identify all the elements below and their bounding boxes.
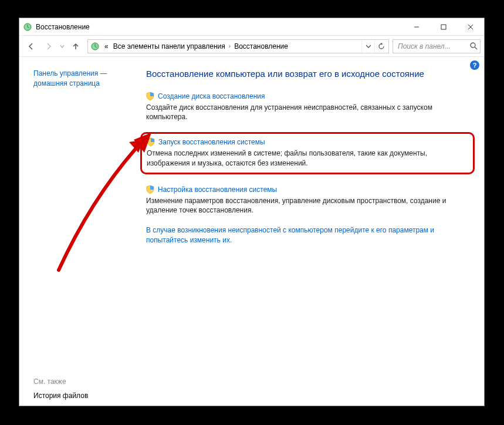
recovery-option-system-restore: Запуск восстановления системы Отмена пос…	[140, 132, 475, 174]
search-icon[interactable]	[467, 42, 480, 50]
recent-locations-dropdown[interactable]	[58, 44, 66, 49]
forward-button[interactable]	[40, 38, 57, 55]
create-recovery-disc-link[interactable]: Создание диска восстановления	[158, 92, 265, 100]
sidebar: Панель управления — домашняя страница См…	[19, 57, 137, 406]
breadcrumb-segment-2[interactable]: Восстановление	[232, 40, 290, 53]
search-input[interactable]	[397, 42, 467, 51]
window-controls	[403, 18, 484, 35]
recovery-location-icon	[90, 42, 100, 51]
refresh-button[interactable]	[374, 40, 387, 53]
maximize-button[interactable]	[430, 18, 457, 35]
minimize-button[interactable]	[403, 18, 430, 35]
create-recovery-disc-desc: Создайте диск восстановления для устране…	[146, 103, 471, 122]
help-icon[interactable]: ?	[470, 60, 479, 70]
svg-point-7	[471, 43, 475, 48]
close-button[interactable]	[457, 18, 484, 35]
svg-line-8	[475, 47, 477, 49]
up-button[interactable]	[67, 38, 84, 55]
search-box[interactable]	[393, 39, 481, 53]
pc-settings-link[interactable]: В случае возникновения неисправностей с …	[146, 225, 471, 245]
recovery-option-configure: Настройка восстановления системы Изменен…	[146, 185, 471, 215]
recovery-option-create-disc: Создание диска восстановления Создайте д…	[146, 92, 471, 122]
configure-restore-link[interactable]: Настройка восстановления системы	[158, 185, 277, 194]
configure-restore-desc: Изменение параметров восстановления, упр…	[146, 196, 471, 215]
breadcrumb-separator-icon: ›	[228, 43, 232, 49]
shield-icon	[147, 137, 155, 147]
control-panel-window: Восстановление « Все элементы панели упр…	[19, 18, 485, 406]
recovery-app-icon	[23, 22, 32, 32]
back-button[interactable]	[23, 38, 39, 55]
main-content: ? Восстановление компьютера или возврат …	[137, 57, 484, 406]
file-history-link[interactable]: История файлов	[33, 392, 131, 400]
navigation-bar: « Все элементы панели управления › Восст…	[19, 36, 484, 57]
system-restore-link[interactable]: Запуск восстановления системы	[158, 138, 265, 146]
page-title: Восстановление компьютера или возврат ег…	[146, 69, 471, 79]
address-history-dropdown[interactable]	[361, 40, 374, 53]
content-body: Панель управления — домашняя страница См…	[19, 57, 484, 406]
shield-icon	[146, 185, 154, 194]
svg-rect-2	[441, 25, 446, 29]
see-also-label: См. также	[33, 377, 131, 386]
see-also-section: См. также История файлов	[33, 377, 131, 400]
breadcrumb-segment-1[interactable]: Все элементы панели управления	[111, 40, 228, 53]
system-restore-desc: Отмена последних изменений в системе; фа…	[147, 149, 467, 167]
shield-icon	[146, 92, 154, 101]
window-title: Восстановление	[36, 23, 90, 31]
control-panel-home-link[interactable]: Панель управления — домашняя страница	[33, 69, 131, 89]
address-bar[interactable]: « Все элементы панели управления › Восст…	[87, 39, 389, 53]
titlebar: Восстановление	[19, 18, 484, 36]
breadcrumb-prefix: «	[102, 40, 111, 53]
